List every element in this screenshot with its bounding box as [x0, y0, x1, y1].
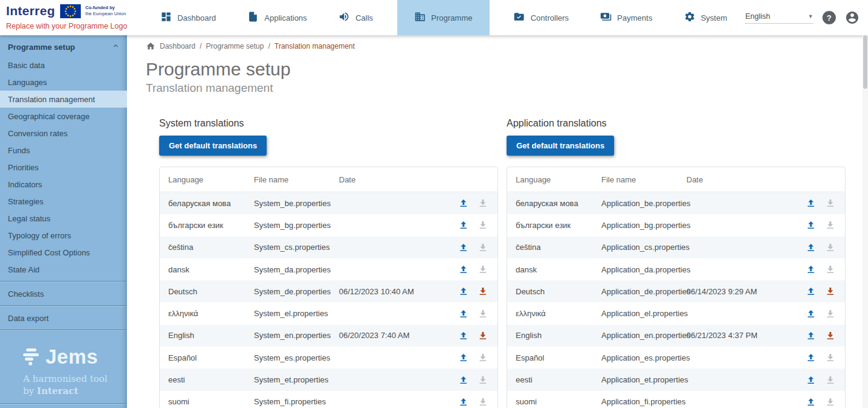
table-row: EspañolApplication_es.properties [507, 347, 845, 368]
scrollbar-thumb[interactable] [863, 35, 867, 89]
breadcrumb-item-dashboard[interactable]: Dashboard [160, 42, 196, 50]
nav-applications[interactable]: Applications [240, 0, 314, 35]
main-nav: DashboardApplicationsCallsProgrammeContr… [145, 0, 743, 35]
upload-icon[interactable] [805, 308, 816, 319]
upload-icon[interactable] [805, 264, 816, 275]
nav-controllers[interactable]: Controllers [506, 0, 576, 35]
language-cell: English [160, 331, 254, 340]
get-default-translations-button[interactable]: Get default translations [507, 136, 614, 156]
upload-icon[interactable] [805, 220, 816, 230]
upload-icon[interactable] [458, 308, 469, 319]
table-row: беларуская моваApplication_be.properties [507, 192, 845, 214]
upload-icon[interactable] [805, 198, 816, 209]
nav-payments[interactable]: Payments [593, 0, 660, 35]
sidebar-item-checklists[interactable]: Checklists [0, 285, 127, 302]
page-title: Programme setup [146, 59, 868, 80]
table-row: suomiApplication_fi.properties [507, 391, 845, 408]
user-icon[interactable] [845, 10, 859, 25]
eu-flag-icon [60, 4, 81, 18]
sidebar-item-conversion-rates[interactable]: Conversion rates [0, 125, 127, 142]
language-cell: dansk [507, 265, 601, 274]
sidebar-item-basic-data[interactable]: Basic data [0, 57, 127, 74]
date-cell: 06/12/2023 10:40 AM [339, 287, 441, 296]
sidebar-section-programme-setup[interactable]: Programme setup [0, 35, 127, 57]
sidebar-item-simplified-cost-options[interactable]: Simplified Cost Options [0, 244, 127, 261]
upload-icon[interactable] [458, 242, 469, 253]
upload-icon[interactable] [805, 352, 816, 363]
date-cell: 06/21/2023 4:37 PM [686, 331, 788, 340]
sidebar-item-funds[interactable]: Funds [0, 142, 127, 159]
sidebar-item-priorities[interactable]: Priorities [0, 159, 127, 176]
download-icon [825, 264, 836, 275]
home-icon[interactable] [146, 41, 155, 51]
upload-icon[interactable] [458, 198, 469, 209]
table-header-row: LanguageFile nameDate [507, 167, 845, 192]
nav-system[interactable]: System [677, 0, 734, 35]
upload-icon[interactable] [458, 375, 469, 386]
replace-logo-text: Replace with your Programme Logo [6, 22, 142, 30]
help-icon[interactable]: ? [822, 11, 836, 24]
sidebar-divider [0, 305, 127, 306]
file-name-cell: System_be.properties [254, 199, 339, 208]
table-row: EnglishSystem_en.properties06/20/2023 7:… [160, 325, 497, 347]
sidebar-item-data-export[interactable]: Data export [0, 309, 127, 327]
sidebar-item-translation-management[interactable]: Translation management [0, 91, 127, 108]
language-cell: English [507, 331, 601, 340]
sidebar: Programme setupBasic dataLanguagesTransl… [0, 35, 127, 408]
language-cell: български език [160, 221, 254, 230]
upload-icon[interactable] [805, 242, 816, 253]
jems-logo: Jems A harmonised tool by Interact [0, 345, 127, 398]
download-icon [825, 220, 836, 230]
upload-icon[interactable] [805, 396, 816, 407]
download-icon[interactable] [477, 286, 488, 297]
table-row: беларуская моваSystem_be.properties [160, 192, 497, 214]
language-cell: suomi [507, 397, 601, 406]
download-icon [477, 242, 488, 253]
nav-dashboard[interactable]: Dashboard [153, 0, 224, 35]
system-icon [684, 11, 695, 24]
upload-icon[interactable] [458, 352, 469, 363]
breadcrumb-item-programme-setup[interactable]: Programme setup [206, 42, 264, 50]
upload-icon[interactable] [805, 330, 816, 341]
sidebar-item-state-aid[interactable]: State Aid [0, 261, 127, 278]
interreg-brand-text: Interreg [6, 4, 55, 18]
sidebar-item-legal-status[interactable]: Legal status [0, 210, 127, 227]
file-name-cell: System_cs.properties [254, 243, 339, 252]
nav-label: Programme [431, 13, 473, 22]
download-icon[interactable] [477, 330, 488, 341]
upload-icon[interactable] [805, 286, 816, 297]
sidebar-item-indicators[interactable]: Indicators [0, 176, 127, 193]
download-icon[interactable] [825, 286, 836, 297]
calls-icon [338, 11, 350, 24]
table-row: EspañolSystem_es.properties [160, 347, 497, 368]
file-name-cell: System_fi.properties [254, 397, 339, 406]
date-cell: 06/14/2023 9:29 AM [686, 287, 788, 296]
language-selector[interactable]: English ▼ [745, 12, 813, 24]
sidebar-item-typology-of-errors[interactable]: Typology of errors [0, 227, 127, 244]
nav-label: System [701, 13, 727, 22]
sidebar-section-label: Programme setup [8, 43, 75, 52]
sidebar-item-languages[interactable]: Languages [0, 74, 127, 91]
nav-calls[interactable]: Calls [331, 0, 380, 35]
get-default-translations-button[interactable]: Get default translations [159, 136, 267, 156]
table-row: češtinaApplication_cs.properties [507, 237, 845, 258]
breadcrumb-separator: / [200, 42, 202, 50]
table-row: EnglishApplication_en.properties06/21/20… [507, 325, 845, 347]
table-row: DeutschSystem_de.properties06/12/2023 10… [160, 280, 497, 302]
file-name-cell: System_el.properties [254, 309, 339, 318]
upload-icon[interactable] [458, 264, 469, 275]
file-name-cell: System_es.properties [254, 353, 339, 362]
sidebar-item-geographical-coverage[interactable]: Geographical coverage [0, 108, 127, 125]
upload-icon[interactable] [458, 396, 469, 407]
file-name-cell: Application_cs.properties [601, 243, 686, 252]
download-icon [825, 242, 836, 253]
upload-icon[interactable] [805, 375, 816, 386]
nav-programme[interactable]: Programme [397, 0, 490, 35]
sidebar-item-strategies[interactable]: Strategies [0, 193, 127, 210]
download-icon[interactable] [825, 330, 836, 341]
upload-icon[interactable] [458, 220, 469, 230]
upload-icon[interactable] [458, 286, 469, 297]
upload-icon[interactable] [458, 330, 469, 341]
vertical-scrollbar[interactable] [863, 35, 868, 408]
language-cell: Deutsch [160, 287, 254, 296]
